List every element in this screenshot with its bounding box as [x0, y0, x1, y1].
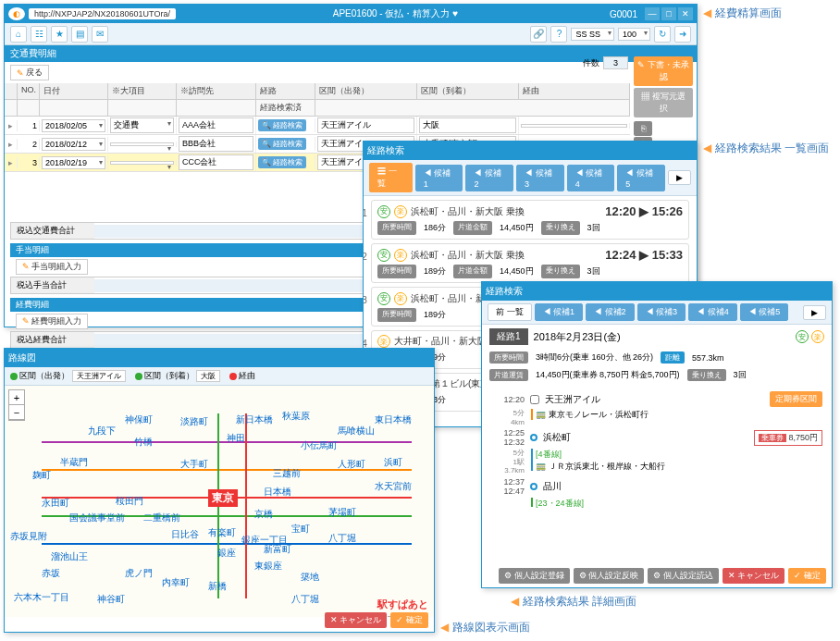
tab-cand3[interactable]: ◀ 候補3 [637, 303, 686, 321]
route-search-button[interactable]: 経路検索 [258, 119, 306, 131]
zoom-select[interactable]: 100 [618, 28, 650, 41]
station-tameike[interactable]: 溜池山王 [51, 550, 88, 563]
map-canvas[interactable]: + − 東京 日本橋 大手町 神田 秋葉原 新日本橋 淡路町 神保町 竹橋 九段… [5, 386, 434, 617]
cancel-button[interactable]: ✕ キャンセル [723, 568, 785, 584]
station-jimbocho[interactable]: 神保町 [125, 413, 153, 426]
station-shimbashi[interactable]: 新橋 [208, 580, 227, 593]
confirm-button[interactable]: ✓ 確定 [788, 568, 826, 584]
route-search-button[interactable]: 経路検索 [258, 138, 306, 150]
station-akasaka[interactable]: 赤坂 [42, 567, 60, 580]
date-input[interactable]: 2018/02/05 [42, 119, 105, 132]
station-higashinihombashi[interactable]: 東日本橋 [375, 413, 412, 426]
route-list-item[interactable]: 2安 楽浜松町・品川・新大阪 乗換12:24 ▶ 15:33所要時間189分片道… [371, 243, 689, 283]
zoom-in-button[interactable]: + [9, 390, 24, 405]
star-icon[interactable]: ★ [51, 26, 68, 43]
station-suitengumae[interactable]: 水天宮前 [375, 480, 412, 493]
station-sakuradamon[interactable]: 桜田門 [116, 495, 143, 508]
link-icon[interactable]: 🔗 [530, 26, 547, 43]
station-akihabara[interactable]: 秋葉原 [282, 410, 310, 423]
station-ginza1[interactable]: 銀座一丁目 [241, 534, 288, 547]
station-shinnihombashi[interactable]: 新日本橋 [236, 413, 273, 426]
tab-cand4[interactable]: ◀ 候補4 [688, 303, 737, 321]
station-roppongi1[interactable]: 六本木一丁目 [14, 591, 69, 604]
station-kokkai[interactable]: 国会議事堂前 [69, 512, 125, 524]
home-icon[interactable]: ⌂ [10, 26, 27, 43]
refresh-icon[interactable]: ↻ [654, 26, 671, 43]
gear-icon[interactable]: ✉ [92, 26, 108, 43]
station-hacchobori[interactable]: 八丁堀 [291, 593, 319, 606]
station-ningyocho[interactable]: 人形町 [338, 458, 365, 471]
station-tsukiji[interactable]: 築地 [301, 571, 319, 584]
date-input[interactable]: 2018/02/12 [42, 138, 105, 151]
dest-input[interactable]: CCC会社 [179, 154, 253, 170]
tree-icon[interactable]: ☷ [31, 26, 47, 43]
station-awajicho[interactable]: 淡路町 [180, 415, 208, 428]
tab-cand5[interactable]: ◀ 候補5 [740, 303, 789, 321]
station-takebashi[interactable]: 竹橋 [134, 436, 153, 449]
category-select[interactable] [110, 142, 174, 146]
station-kojimachi[interactable]: 麹町 [32, 469, 51, 482]
exit-icon[interactable]: ➜ [674, 26, 691, 43]
category-select[interactable] [110, 161, 174, 165]
station-kayabacho[interactable]: 茅場町 [328, 506, 356, 519]
tab-cand2[interactable]: ◀ 候補2 [586, 303, 635, 321]
station-toranomon[interactable]: 虎ノ門 [125, 567, 153, 580]
station-higashiginza[interactable]: 東銀座 [254, 560, 282, 573]
to-input[interactable]: 大阪 [419, 117, 516, 133]
tab-cand4[interactable]: ◀ 候補4 [567, 165, 615, 191]
next-icon[interactable]: ▶ [668, 170, 691, 185]
station-mitsukoshimae[interactable]: 三越前 [273, 467, 301, 480]
station-hatchobori[interactable]: 八丁堀 [328, 532, 356, 545]
station-nagatacho[interactable]: 永田町 [42, 497, 69, 510]
station-kyobashi[interactable]: 京橋 [254, 508, 273, 521]
personal-reg-button[interactable]: ⚙ 個人設定登録 [499, 568, 570, 584]
confirm-button[interactable]: ✓ 確定 [390, 612, 428, 628]
copy-icon[interactable]: ⎘ [634, 121, 652, 136]
station-tokyo[interactable]: 東京 [208, 489, 238, 507]
tab-list[interactable]: ☰ 一覧 [369, 163, 413, 192]
commuter-button[interactable]: 定期券区間 [770, 391, 822, 407]
station-hibiya[interactable]: 日比谷 [171, 528, 199, 541]
via-input[interactable] [521, 124, 627, 128]
dest-input[interactable]: BBB会社 [179, 136, 253, 152]
station-otemachi[interactable]: 大手町 [180, 458, 208, 471]
back-button[interactable]: 戻る [10, 65, 49, 80]
maximize-icon[interactable]: □ [661, 7, 676, 20]
doc-icon[interactable]: ▤ [71, 26, 88, 43]
tab-cand2[interactable]: ◀ 候補2 [465, 165, 513, 191]
station-akasakamitsuke[interactable]: 赤坂見附 [10, 530, 47, 543]
station-kudanshita[interactable]: 九段下 [88, 425, 116, 438]
allowance-input-button[interactable]: 手当明細入力 [16, 259, 88, 275]
personal-load-button[interactable]: ⚙ 個人設定読込 [648, 568, 719, 584]
dest-input[interactable]: AAA会社 [179, 117, 253, 133]
station-checkbox[interactable] [530, 395, 539, 404]
station-kodemmacho[interactable]: 小伝馬町 [301, 439, 338, 452]
user-select[interactable]: SS SS [571, 28, 614, 41]
station-kanda[interactable]: 神田 [227, 432, 245, 445]
station-nijubashimae[interactable]: 二重橋前 [143, 512, 180, 524]
category-select[interactable]: 交通費 [110, 117, 174, 133]
station-takaracho[interactable]: 宝町 [291, 523, 310, 536]
tab-cand1[interactable]: ◀ 候補1 [535, 303, 584, 321]
tab-cand3[interactable]: ◀ 候補3 [516, 165, 564, 191]
close-icon[interactable]: ✕ [678, 7, 693, 20]
table-row[interactable]: ▸12018/02/05交通費AAA会社経路検索天王洲アイル大阪 [5, 117, 630, 135]
tab-back-list[interactable]: 前 一覧 [488, 303, 532, 321]
station-hanzomon[interactable]: 半蔵門 [60, 456, 88, 469]
station-nihombashi[interactable]: 日本橋 [264, 486, 291, 499]
copy-source-button[interactable]: ▦ 複写元選択 [634, 88, 693, 117]
station-yurakucho[interactable]: 有楽町 [208, 526, 236, 539]
route-search-button[interactable]: 経路検索 [258, 156, 306, 168]
station-bakuro[interactable]: 馬喰横山 [338, 425, 375, 438]
from-input[interactable]: 天王洲アイル [317, 117, 414, 133]
route-list-item[interactable]: 1安 楽浜松町・品川・新大阪 乗換12:20 ▶ 15:26所要時間186分片道… [371, 200, 689, 240]
draft-button[interactable]: ✎ 下書・未承認 [634, 56, 693, 86]
next-icon[interactable]: ▶ [803, 305, 826, 320]
station-kamiyacho[interactable]: 神谷町 [97, 593, 125, 606]
station-hamacho[interactable]: 浜町 [384, 456, 402, 469]
tab-cand1[interactable]: ◀ 候補1 [415, 165, 463, 191]
cancel-button[interactable]: ✕ キャンセル [325, 612, 388, 628]
minimize-icon[interactable]: — [645, 7, 660, 20]
zoom-out-button[interactable]: − [9, 405, 24, 420]
station-uchisaiwaicho[interactable]: 内幸町 [162, 576, 190, 589]
